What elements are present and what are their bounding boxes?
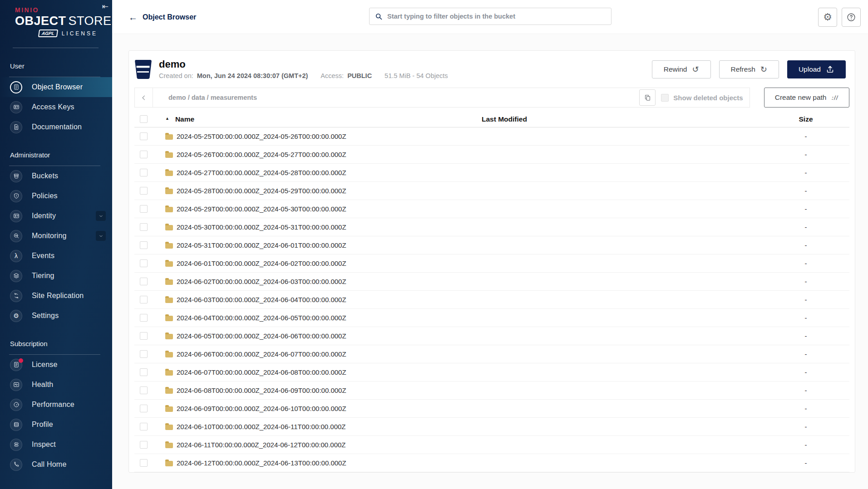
object-name[interactable]: 2024-06-08T00:00:00.000Z_2024-06-09T00:0… — [177, 386, 346, 394]
object-name[interactable]: 2024-05-25T00:00:00.000Z_2024-05-26T00:0… — [177, 132, 346, 140]
settings-icon: ⚙ — [10, 310, 22, 322]
table-row[interactable]: 2024-06-05T00:00:00.000Z_2024-06-06T00:0… — [134, 327, 849, 345]
search-box — [369, 8, 612, 25]
site-replication-icon — [10, 290, 22, 302]
object-name[interactable]: 2024-06-05T00:00:00.000Z_2024-06-06T00:0… — [177, 332, 346, 340]
table-row[interactable]: 2024-06-02T00:00:00.000Z_2024-06-03T00:0… — [134, 273, 849, 291]
sidebar-item-identity[interactable]: Identity — [0, 206, 112, 226]
sort-asc-icon[interactable]: ▲ — [165, 116, 169, 121]
object-name[interactable]: 2024-05-31T00:00:00.000Z_2024-06-01T00:0… — [177, 241, 346, 249]
row-checkbox[interactable] — [140, 386, 148, 394]
table-row[interactable]: 2024-06-01T00:00:00.000Z_2024-06-02T00:0… — [134, 254, 849, 273]
sidebar-item-performance[interactable]: Performance — [0, 395, 112, 415]
sidebar-item-site-replication[interactable]: Site Replication — [0, 286, 112, 306]
object-name[interactable]: 2024-06-12T00:00:00.000Z_2024-06-13T00:0… — [177, 459, 346, 467]
sidebar-item-access-keys[interactable]: Access Keys — [0, 97, 112, 117]
row-checkbox[interactable] — [140, 259, 148, 267]
rewind-button[interactable]: Rewind ↺ — [652, 60, 711, 78]
sidebar-item-call-home[interactable]: Call Home — [0, 455, 112, 474]
column-header-size[interactable]: Size — [799, 115, 813, 123]
object-name[interactable]: 2024-06-02T00:00:00.000Z_2024-06-03T00:0… — [177, 278, 346, 285]
table-row[interactable]: 2024-06-06T00:00:00.000Z_2024-06-07T00:0… — [134, 345, 849, 363]
object-name[interactable]: 2024-06-10T00:00:00.000Z_2024-06-11T00:0… — [177, 423, 346, 430]
table-row[interactable]: 2024-06-09T00:00:00.000Z_2024-06-10T00:0… — [134, 400, 849, 418]
sidebar-item-profile[interactable]: Profile — [0, 415, 112, 435]
object-name[interactable]: 2024-06-06T00:00:00.000Z_2024-06-07T00:0… — [177, 350, 346, 358]
sidebar-item-documentation[interactable]: Documentation — [0, 117, 112, 137]
sidebar-item-monitoring[interactable]: Monitoring — [0, 226, 112, 246]
inspect-icon — [10, 439, 22, 451]
row-checkbox[interactable] — [140, 314, 148, 322]
table-row[interactable]: 2024-06-11T00:00:00.000Z_2024-06-12T00:0… — [134, 436, 849, 454]
show-deleted-checkbox[interactable] — [661, 94, 669, 102]
table-row[interactable]: 2024-05-31T00:00:00.000Z_2024-06-01T00:0… — [134, 236, 849, 254]
row-checkbox[interactable] — [140, 151, 148, 158]
row-checkbox[interactable] — [140, 350, 148, 358]
table-row[interactable]: 2024-05-27T00:00:00.000Z_2024-05-28T00:0… — [134, 164, 849, 182]
table-row[interactable]: 2024-06-12T00:00:00.000Z_2024-06-13T00:0… — [134, 454, 849, 472]
sidebar-item-tiering[interactable]: Tiering — [0, 266, 112, 286]
back-arrow-icon[interactable]: ← — [128, 13, 138, 22]
row-checkbox[interactable] — [140, 169, 148, 176]
object-name[interactable]: 2024-05-28T00:00:00.000Z_2024-05-29T00:0… — [177, 187, 346, 195]
table-row[interactable]: 2024-05-29T00:00:00.000Z_2024-05-30T00:0… — [134, 200, 849, 218]
object-name[interactable]: 2024-06-11T00:00:00.000Z_2024-06-12T00:0… — [177, 441, 346, 449]
table-row[interactable]: 2024-06-03T00:00:00.000Z_2024-06-04T00:0… — [134, 291, 849, 309]
row-checkbox[interactable] — [140, 368, 148, 376]
table-row[interactable]: 2024-06-08T00:00:00.000Z_2024-06-09T00:0… — [134, 381, 849, 400]
chevron-down-icon[interactable] — [96, 231, 106, 241]
page-title-group[interactable]: ← Object Browser — [128, 0, 196, 34]
table-row[interactable]: 2024-05-28T00:00:00.000Z_2024-05-29T00:0… — [134, 182, 849, 200]
search-input[interactable] — [387, 13, 606, 20]
table-row[interactable]: 2024-05-25T00:00:00.000Z_2024-05-26T00:0… — [134, 127, 849, 146]
row-checkbox[interactable] — [140, 241, 148, 249]
column-header-last-modified[interactable]: Last Modified — [482, 115, 527, 123]
create-new-path-button[interactable]: Create new path :// — [764, 88, 849, 108]
sidebar-item-object-browser[interactable]: Object Browser — [0, 77, 112, 97]
object-name[interactable]: 2024-06-07T00:00:00.000Z_2024-06-08T00:0… — [177, 368, 346, 376]
row-checkbox[interactable] — [140, 278, 148, 285]
sidebar-item-license[interactable]: License — [0, 355, 112, 375]
object-name[interactable]: 2024-05-26T00:00:00.000Z_2024-05-27T00:0… — [177, 151, 346, 158]
settings-button[interactable]: ⚙ — [818, 8, 837, 27]
sidebar-item-buckets[interactable]: Buckets — [0, 166, 112, 186]
chevron-down-icon[interactable] — [96, 211, 106, 221]
select-all-checkbox[interactable] — [140, 115, 148, 123]
row-checkbox[interactable] — [140, 423, 148, 430]
copy-path-button[interactable] — [639, 89, 656, 106]
navigate-back-button[interactable] — [135, 88, 153, 107]
refresh-button[interactable]: Refresh ↻ — [719, 60, 779, 78]
object-name[interactable]: 2024-06-09T00:00:00.000Z_2024-06-10T00:0… — [177, 405, 346, 412]
breadcrumb[interactable]: demo / data / measurements — [153, 88, 639, 107]
object-name[interactable]: 2024-05-30T00:00:00.000Z_2024-05-31T00:0… — [177, 223, 346, 231]
sidebar-item-health[interactable]: Health — [0, 375, 112, 395]
row-checkbox[interactable] — [140, 187, 148, 195]
sidebar-collapse-icon[interactable]: ⇤ — [102, 3, 108, 10]
object-name[interactable]: 2024-05-27T00:00:00.000Z_2024-05-28T00:0… — [177, 169, 346, 176]
table-row[interactable]: 2024-06-04T00:00:00.000Z_2024-06-05T00:0… — [134, 309, 849, 327]
column-header-name[interactable]: Name — [175, 115, 194, 123]
sidebar-item-inspect[interactable]: Inspect — [0, 435, 112, 455]
sidebar-item-settings[interactable]: ⚙Settings — [0, 306, 112, 326]
object-name[interactable]: 2024-05-29T00:00:00.000Z_2024-05-30T00:0… — [177, 205, 346, 213]
row-checkbox[interactable] — [140, 205, 148, 213]
sidebar-item-policies[interactable]: Policies — [0, 186, 112, 206]
row-checkbox[interactable] — [140, 296, 148, 303]
row-checkbox[interactable] — [140, 332, 148, 340]
row-checkbox[interactable] — [140, 459, 148, 467]
row-checkbox[interactable] — [140, 132, 148, 140]
call-home-icon — [10, 459, 22, 471]
object-name[interactable]: 2024-06-03T00:00:00.000Z_2024-06-04T00:0… — [177, 296, 346, 303]
object-name[interactable]: 2024-06-04T00:00:00.000Z_2024-06-05T00:0… — [177, 314, 346, 322]
table-row[interactable]: 2024-06-10T00:00:00.000Z_2024-06-11T00:0… — [134, 418, 849, 436]
table-row[interactable]: 2024-05-30T00:00:00.000Z_2024-05-31T00:0… — [134, 218, 849, 236]
help-button[interactable] — [842, 8, 861, 27]
object-name[interactable]: 2024-06-01T00:00:00.000Z_2024-06-02T00:0… — [177, 259, 346, 267]
row-checkbox[interactable] — [140, 223, 148, 231]
sidebar-item-events[interactable]: λEvents — [0, 246, 112, 266]
table-row[interactable]: 2024-05-26T00:00:00.000Z_2024-05-27T00:0… — [134, 146, 849, 164]
row-checkbox[interactable] — [140, 405, 148, 412]
upload-button[interactable]: Upload — [787, 60, 846, 78]
table-row[interactable]: 2024-06-07T00:00:00.000Z_2024-06-08T00:0… — [134, 363, 849, 381]
row-checkbox[interactable] — [140, 441, 148, 449]
